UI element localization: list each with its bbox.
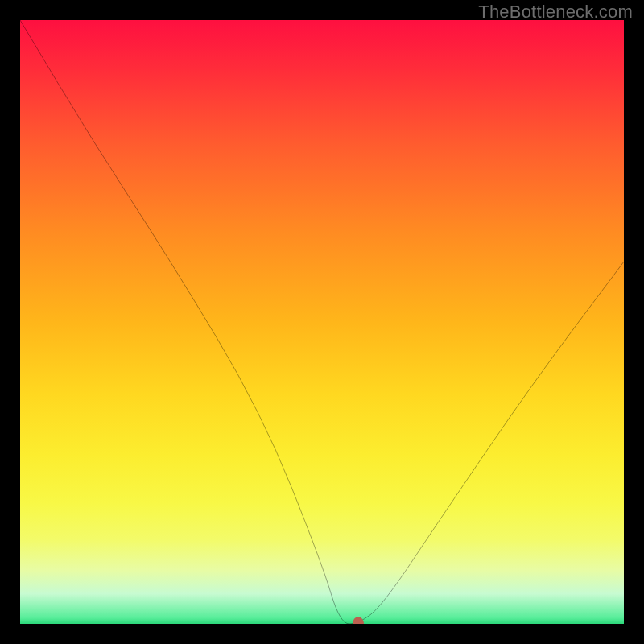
- plot-area: [20, 20, 624, 624]
- curve-path: [20, 20, 624, 624]
- bottleneck-curve: [20, 20, 624, 624]
- chart-frame: TheBottleneck.com: [0, 0, 644, 644]
